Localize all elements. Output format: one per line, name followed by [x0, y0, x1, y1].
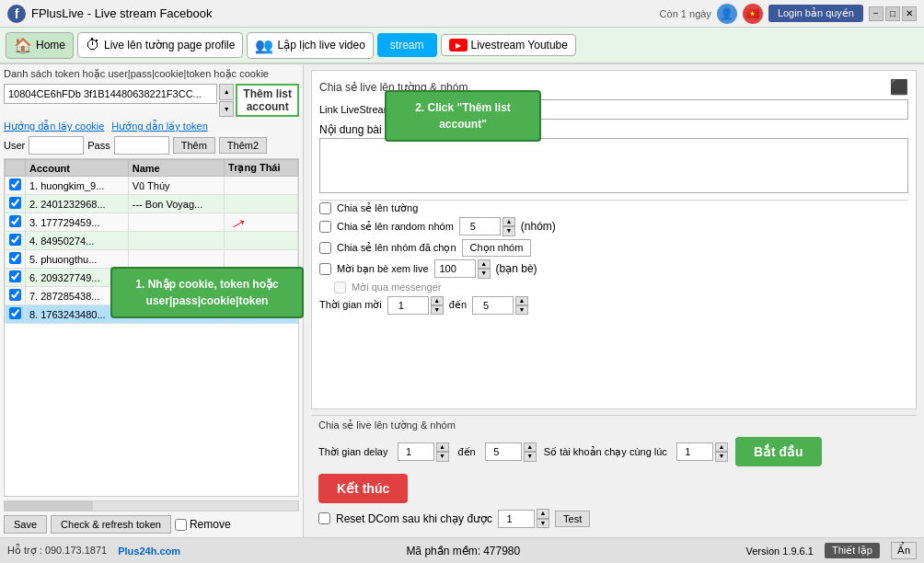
- bat-dau-btn[interactable]: Bắt đầu: [735, 437, 822, 466]
- delay-from-input[interactable]: [398, 442, 434, 461]
- time-from-down[interactable]: ▼: [431, 305, 444, 315]
- them-btn[interactable]: Thêm: [173, 137, 215, 154]
- reset-up[interactable]: ▲: [537, 509, 549, 518]
- table-row[interactable]: 2. 2401232968... --- Bon Voyag...: [6, 195, 298, 213]
- lich-live-btn[interactable]: 👥 Lập lịch live video: [247, 32, 373, 59]
- account-checkbox[interactable]: [9, 289, 21, 301]
- time-from-up[interactable]: ▲: [431, 296, 444, 305]
- test-btn[interactable]: Test: [555, 511, 590, 527]
- invite-up[interactable]: ▲: [478, 259, 491, 269]
- live-tuong-btn[interactable]: ⏱ Live lên tường page profile: [77, 32, 243, 58]
- yt-btn[interactable]: Livestream Youtube: [441, 34, 576, 56]
- invite-down[interactable]: ▼: [478, 269, 491, 278]
- nhom-up[interactable]: ▲: [502, 217, 515, 226]
- account-checkbox[interactable]: [9, 307, 21, 319]
- ma-pm-label: Mã phần mềm: 477980: [191, 545, 734, 557]
- share-group-checkbox[interactable]: [319, 221, 331, 233]
- plus24-label[interactable]: Plus24h.com: [118, 546, 180, 557]
- delay-from-down[interactable]: ▼: [436, 452, 449, 461]
- check-refresh-btn[interactable]: Check & refresh token: [51, 515, 171, 534]
- status-cell: [225, 250, 298, 269]
- account-checkbox[interactable]: [9, 252, 21, 264]
- sotk-down[interactable]: ▼: [715, 452, 728, 461]
- live-tuong-icon: ⏱: [86, 37, 100, 53]
- win-close-btn[interactable]: ✕: [902, 6, 917, 21]
- pass-input[interactable]: [114, 136, 169, 155]
- scroll-track: [5, 501, 298, 511]
- reset-input[interactable]: [498, 510, 535, 528]
- token-scroll-down[interactable]: ▼: [219, 101, 234, 118]
- nhom-count-input[interactable]: [459, 217, 501, 236]
- table-row[interactable]: 4. 84950274...: [6, 232, 298, 250]
- callout1: 1. Nhập cookie, token hoặc user|pass|coo…: [110, 267, 304, 318]
- noi-dung-textarea[interactable]: [319, 138, 908, 193]
- table-row[interactable]: 1. huongkim_9... Vũ Thúy: [6, 177, 298, 195]
- share-chosen-checkbox[interactable]: [319, 242, 331, 254]
- time-to-up[interactable]: ▲: [515, 296, 528, 305]
- yt-label: Livestream Youtube: [471, 39, 568, 52]
- sotk-input[interactable]: [676, 442, 713, 461]
- share-wall-checkbox[interactable]: [319, 202, 331, 214]
- thiet-lap-btn[interactable]: Thiết lập: [825, 543, 880, 558]
- huong-dan-cookie-link[interactable]: Hướng dẫn lấy cookie: [4, 121, 104, 132]
- stream-btn[interactable]: stream: [377, 33, 437, 57]
- account-checkbox[interactable]: [9, 178, 21, 190]
- delay-to-up[interactable]: ▲: [524, 442, 537, 452]
- app-title: FPlusLive - Live stream Facebook: [31, 6, 660, 20]
- ket-thuc-btn[interactable]: Kết thúc: [318, 474, 408, 503]
- share-chosen-label: Chia sẻ lên nhóm đã chọn: [337, 242, 456, 254]
- nhom-spinner: ▲ ▼: [459, 217, 515, 236]
- reset-spinner: ▲ ▼: [498, 509, 549, 528]
- remove-checkbox-label[interactable]: Remove: [175, 518, 231, 531]
- delay-to-input[interactable]: [485, 442, 522, 461]
- time-to-input[interactable]: [472, 296, 514, 315]
- token-input[interactable]: [4, 84, 217, 104]
- account-checkbox[interactable]: [9, 197, 21, 209]
- messenger-row: Mời qua messenger: [319, 282, 908, 293]
- delay-to-down[interactable]: ▼: [524, 452, 537, 461]
- win-controls: − □ ✕: [869, 6, 917, 21]
- account-checkbox[interactable]: [9, 234, 21, 246]
- save-btn[interactable]: Save: [4, 515, 47, 534]
- corner-expand-icon[interactable]: ⬛: [890, 78, 908, 96]
- token-input-row: ▲ ▼ Thêm list account: [4, 84, 299, 117]
- win-min-btn[interactable]: −: [869, 6, 884, 21]
- nhom-down[interactable]: ▼: [502, 226, 515, 236]
- account-checkbox[interactable]: [9, 215, 21, 227]
- messenger-checkbox[interactable]: [334, 282, 346, 293]
- them2-btn[interactable]: Thêm2: [219, 137, 267, 154]
- remove-checkbox[interactable]: [175, 519, 187, 531]
- title-right-controls: Còn 1 ngày 👤 🇻🇳 Login bản quyền − □ ✕: [660, 4, 917, 24]
- bottom-scroll[interactable]: [4, 500, 299, 511]
- invite-checkbox[interactable]: [319, 263, 331, 275]
- delay-from-spinner: ▲ ▼: [398, 442, 449, 462]
- win-max-btn[interactable]: □: [885, 6, 900, 21]
- account-checkbox[interactable]: [9, 270, 21, 282]
- home-label: Home: [36, 39, 65, 52]
- them-list-btn[interactable]: Thêm list account: [236, 84, 299, 117]
- sotk-up[interactable]: ▲: [715, 442, 728, 452]
- col-status: Trạng Thái: [225, 160, 298, 177]
- reset-down[interactable]: ▼: [537, 519, 549, 528]
- remove-label: Remove: [190, 518, 231, 531]
- vn-flag-icon[interactable]: 🇻🇳: [743, 4, 763, 24]
- status-bar: Hỗ trợ : 090.173.1871 Plus24h.com Mã phầ…: [0, 537, 924, 563]
- time-label: Thời gian mời: [319, 299, 382, 311]
- share-chosen-row: Chia sẻ lên nhóm đã chọn Chọn nhóm: [319, 239, 908, 257]
- invite-count-input[interactable]: [434, 259, 476, 278]
- table-row[interactable]: 3. 177729459...: [6, 213, 298, 232]
- reset-dcom-checkbox[interactable]: [318, 512, 330, 524]
- login-btn[interactable]: Login bản quyền: [768, 5, 863, 22]
- time-to-down[interactable]: ▼: [515, 305, 528, 315]
- lich-live-label: Lập lịch live video: [277, 39, 364, 52]
- token-scroll-up[interactable]: ▲: [219, 84, 234, 100]
- chon-nhom-btn[interactable]: Chọn nhóm: [462, 239, 532, 257]
- table-row[interactable]: 5. phuongthu...: [6, 250, 298, 269]
- huong-dan-token-link[interactable]: Hướng dẫn lấy token: [111, 121, 207, 132]
- an-btn[interactable]: Ẩn: [891, 542, 917, 559]
- user-icon-btn[interactable]: 👤: [717, 4, 737, 24]
- time-from-input[interactable]: [387, 296, 429, 315]
- home-btn[interactable]: 🏠 Home: [6, 32, 74, 59]
- user-input[interactable]: [29, 136, 84, 155]
- delay-from-up[interactable]: ▲: [436, 442, 449, 452]
